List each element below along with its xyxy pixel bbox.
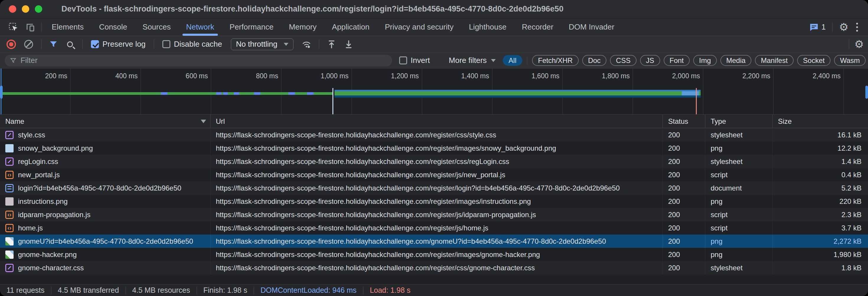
requests-table-body: style.css https://flask-schrodingers-sco…: [0, 128, 868, 274]
filter-input[interactable]: [20, 56, 387, 65]
request-name-cell: new_portal.js: [0, 168, 211, 181]
tab-sources[interactable]: Sources: [135, 18, 178, 36]
checkbox-unchecked[interactable]: [399, 56, 407, 64]
more-options-kebab-icon[interactable]: [852, 23, 862, 32]
request-type-cell: script: [705, 221, 773, 235]
checkbox-checked[interactable]: [91, 40, 99, 48]
settings-gear-icon[interactable]: ⚙: [839, 22, 848, 32]
request-status-cell: 200: [663, 195, 705, 208]
network-request-row[interactable]: regLogin.css https://flask-schrodingers-…: [0, 155, 868, 168]
filter-pill-doc[interactable]: Doc: [582, 55, 607, 66]
preserve-log-checkbox[interactable]: Preserve log: [91, 39, 146, 49]
request-type-cell: png: [705, 248, 773, 261]
tab-elements[interactable]: Elements: [44, 18, 91, 36]
minimize-window-button[interactable]: [22, 5, 29, 13]
request-name-cell: gnomeU?id=b4eb456a-495c-4770-8d0c-2de0d2…: [0, 235, 211, 248]
divider: [41, 23, 42, 32]
filter-pill-media[interactable]: Media: [720, 55, 751, 66]
filter-pill-css[interactable]: CSS: [610, 55, 636, 66]
overview-right-grip[interactable]: [865, 86, 868, 99]
clear-network-log-button[interactable]: [24, 40, 33, 49]
requests-table-header: Name Url Status Type Size: [0, 115, 868, 128]
request-status-cell: 200: [663, 208, 705, 221]
overview-left-grip[interactable]: [0, 86, 3, 99]
file-thumbnail: [5, 237, 13, 245]
column-header-url[interactable]: Url: [211, 115, 663, 128]
request-url-cell: https://flask-schrodingers-scope-firesto…: [211, 208, 663, 221]
filter-pill-js[interactable]: JS: [640, 55, 660, 66]
filter-pill-wasm[interactable]: Wasm: [834, 55, 866, 66]
tab-recorder[interactable]: Recorder: [514, 18, 561, 36]
toggle-device-toolbar-icon[interactable]: [22, 20, 39, 34]
request-url-cell: https://flask-schrodingers-scope-firesto…: [211, 261, 663, 274]
request-status-cell: 200: [663, 181, 705, 195]
load-time: Load: 1.98 s: [370, 286, 411, 295]
more-filters-dropdown[interactable]: More filters: [449, 56, 496, 65]
zoom-window-button[interactable]: [35, 5, 42, 13]
network-request-row[interactable]: gnomeU?id=b4eb456a-495c-4770-8d0c-2de0d2…: [0, 235, 868, 248]
domcontentloaded-marker-line: [333, 88, 333, 114]
request-size-cell: 16.1 kB: [773, 128, 868, 142]
disable-cache-checkbox[interactable]: Disable cache: [162, 39, 222, 49]
search-icon[interactable]: [67, 41, 73, 47]
export-har-icon[interactable]: [342, 37, 356, 51]
close-window-button[interactable]: [9, 5, 16, 13]
network-request-row[interactable]: style.css https://flask-schrodingers-sco…: [0, 128, 868, 142]
tab-application[interactable]: Application: [324, 18, 377, 36]
request-type-cell: stylesheet: [705, 128, 773, 142]
checkbox-unchecked[interactable]: [162, 40, 170, 48]
network-request-row[interactable]: gnome-character.css https://flask-schrod…: [0, 261, 868, 274]
finish-time: Finish: 1.98 s: [204, 286, 247, 295]
tab-console[interactable]: Console: [91, 18, 135, 36]
timeline-gridline: [843, 68, 844, 114]
request-type-cell: png: [705, 235, 773, 248]
network-request-row[interactable]: snowy_background.png https://flask-schro…: [0, 142, 868, 155]
record-network-log-button[interactable]: [6, 39, 16, 49]
invert-filter-checkbox[interactable]: Invert: [399, 56, 430, 65]
issues-count: 1: [822, 23, 826, 32]
filter-pill-manifest[interactable]: Manifest: [755, 55, 794, 66]
filter-pill-all[interactable]: All: [503, 55, 523, 66]
filter-pill-socket[interactable]: Socket: [797, 55, 831, 66]
network-overview-timeline[interactable]: 200 ms400 ms600 ms800 ms1,000 ms1,200 ms…: [0, 68, 868, 115]
sort-descending-icon: [201, 120, 206, 123]
column-header-type[interactable]: Type: [705, 115, 773, 128]
network-settings-gear-icon[interactable]: ⚙: [855, 39, 864, 50]
request-type-cell: script: [705, 208, 773, 221]
tab-performance[interactable]: Performance: [222, 18, 281, 36]
network-request-row[interactable]: idparam-propagation.js https://flask-sch…: [0, 208, 868, 221]
request-name-cell: regLogin.css: [0, 155, 211, 168]
tab-dom-invader[interactable]: DOM Invader: [561, 18, 622, 36]
column-header-size[interactable]: Size: [773, 115, 868, 128]
timeline-gridline: [703, 68, 703, 114]
stylesheet-file-icon: [5, 131, 13, 139]
timeline-tick-label: 1,200 ms: [391, 72, 422, 80]
filter-pill-img[interactable]: Img: [693, 55, 717, 66]
tab-memory[interactable]: Memory: [281, 18, 324, 36]
network-request-row[interactable]: home.js https://flask-schrodingers-scope…: [0, 221, 868, 235]
network-request-row[interactable]: login?id=b4eb456a-495c-4770-8d0c-2de0d2b…: [0, 181, 868, 195]
traffic-lights: [9, 5, 42, 13]
inspect-element-icon[interactable]: [5, 20, 22, 34]
network-request-row[interactable]: instructions.png https://flask-schroding…: [0, 195, 868, 208]
filter-pill-font[interactable]: Font: [664, 55, 690, 66]
tab-privacy-and-security[interactable]: Privacy and security: [377, 18, 461, 36]
filter-toggle-icon[interactable]: [47, 37, 60, 51]
filter-pill-fetch-xhr[interactable]: Fetch/XHR: [532, 55, 578, 66]
tab-lighthouse[interactable]: Lighthouse: [461, 18, 514, 36]
tab-network[interactable]: Network: [178, 18, 222, 36]
request-type-cell: script: [705, 168, 773, 181]
timeline-tick-label: 2,200 ms: [742, 72, 773, 80]
column-header-name[interactable]: Name: [0, 115, 211, 128]
request-status-cell: 200: [663, 168, 705, 181]
requests-count: 11 requests: [6, 286, 44, 295]
column-header-status[interactable]: Status: [663, 115, 705, 128]
timeline-tick-label: 2,000 ms: [672, 72, 703, 80]
network-request-row[interactable]: gnome-hacker.png https://flask-schroding…: [0, 248, 868, 261]
network-request-row[interactable]: new_portal.js https://flask-schrodingers…: [0, 168, 868, 181]
load-event-marker-line: [696, 88, 697, 114]
issues-message-icon[interactable]: [809, 20, 819, 34]
throttling-select[interactable]: No throttling: [231, 38, 293, 50]
import-har-icon[interactable]: [324, 37, 339, 51]
network-conditions-icon[interactable]: [299, 37, 314, 51]
